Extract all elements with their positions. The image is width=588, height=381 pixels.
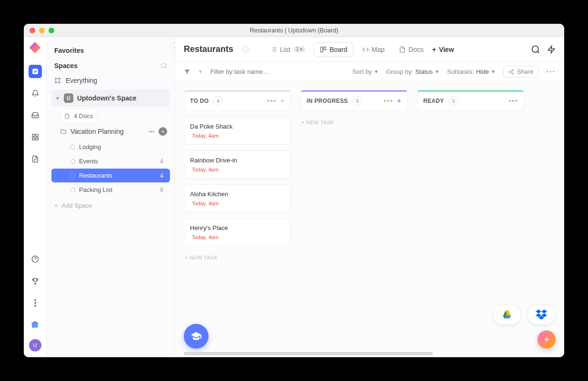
svg-point-11 xyxy=(59,78,60,79)
horizontal-scrollbar[interactable] xyxy=(184,352,433,355)
more-vert-icon xyxy=(34,299,36,307)
list-status-icon xyxy=(70,159,75,164)
task-card[interactable]: Da Poke Shack Today, 4am xyxy=(184,117,291,145)
close-window-button[interactable] xyxy=(30,28,35,33)
plus-icon: + xyxy=(54,202,58,209)
dropbox-button[interactable] xyxy=(527,305,556,325)
task-card[interactable]: Rainbow Drive-in Today, 4am xyxy=(184,150,291,179)
column-more-button[interactable]: ••• xyxy=(508,97,518,105)
task-date: Today, 4am xyxy=(190,133,285,139)
more-button[interactable]: ••• xyxy=(546,68,556,75)
list-item[interactable]: Events 4 xyxy=(51,154,170,168)
list-item[interactable]: Restaurants 4 xyxy=(51,169,170,182)
column-add-button[interactable]: + xyxy=(397,97,401,105)
google-drive-icon xyxy=(502,310,512,320)
column-header: IN PROGRESS 0 ••• + xyxy=(300,90,408,111)
spaces-label: Spaces xyxy=(54,62,78,70)
add-view-button[interactable]: + View xyxy=(432,42,454,57)
automation-button[interactable] xyxy=(547,45,556,54)
filter-icon[interactable] xyxy=(184,69,190,75)
list-item[interactable]: Packing List 8 xyxy=(51,183,170,197)
rail-docs[interactable] xyxy=(29,152,42,166)
list-count: 4 xyxy=(160,158,167,165)
list-name: Packing List xyxy=(79,186,112,193)
search-button[interactable] xyxy=(531,45,540,54)
search-icon[interactable] xyxy=(160,62,167,69)
board-column: TO DO 4 ••• + Da Poke Shack Today, 4am R… xyxy=(184,90,291,349)
tab-map[interactable]: Map xyxy=(357,42,390,57)
board-icon xyxy=(320,46,327,53)
tab-docs[interactable]: Docs xyxy=(393,42,429,57)
everything-item[interactable]: Everything xyxy=(51,73,170,88)
rail-more[interactable] xyxy=(29,296,42,310)
google-drive-button[interactable] xyxy=(493,305,521,325)
check-icon xyxy=(32,68,39,75)
subtasks-dropdown[interactable]: Subtasks: Hide▼ xyxy=(447,68,496,75)
svg-point-6 xyxy=(34,299,36,301)
task-date: Today, 4am xyxy=(190,234,285,240)
graduation-cap-icon xyxy=(190,331,202,342)
column-title: TO DO xyxy=(190,98,209,104)
user-avatar[interactable]: U xyxy=(29,339,41,351)
docs-icon xyxy=(399,46,406,53)
maximize-window-button[interactable] xyxy=(49,28,54,33)
workspace-switcher[interactable] xyxy=(29,318,41,331)
rail-help[interactable] xyxy=(29,252,42,266)
app-window: Restaurants | Uptodown (Board) xyxy=(24,24,564,357)
folder-more-button[interactable]: ••• xyxy=(147,127,156,136)
minimize-window-button[interactable] xyxy=(39,28,45,33)
add-task-fab-button[interactable]: + xyxy=(538,331,556,349)
filter-input[interactable] xyxy=(210,68,306,75)
doc-icon xyxy=(31,155,39,163)
rail-inbox[interactable] xyxy=(29,109,42,122)
favorites-section[interactable]: Favorites xyxy=(51,43,170,58)
column-count: 0 xyxy=(353,96,362,106)
docs-item[interactable]: 4 Docs xyxy=(60,109,97,123)
column-add-button[interactable]: + xyxy=(280,97,285,105)
chevron-down-icon[interactable]: ▼ xyxy=(198,69,203,74)
new-task-button[interactable]: + NEW TASK xyxy=(300,117,408,128)
list-item[interactable]: Lodging xyxy=(51,140,170,154)
column-more-button[interactable]: ••• xyxy=(384,97,393,105)
task-card[interactable]: Henry's Place Today, 4am xyxy=(184,218,291,246)
share-button[interactable]: Share xyxy=(503,66,539,78)
bell-icon xyxy=(31,90,39,97)
dropbox-icon xyxy=(536,310,547,320)
task-card[interactable]: Aloha Kitchen Today, 4am xyxy=(184,184,291,212)
list-name: Lodging xyxy=(79,143,101,150)
folder-item[interactable]: Vacation Planning ••• + xyxy=(51,123,170,140)
group-by-dropdown[interactable]: Group by: Status▼ xyxy=(386,68,439,75)
app-logo[interactable] xyxy=(30,42,41,53)
info-icon[interactable]: i xyxy=(242,46,249,53)
rail-notifications[interactable] xyxy=(29,87,42,100)
collapse-sidebar-button[interactable]: ‹ xyxy=(170,43,175,52)
spaces-section[interactable]: Spaces xyxy=(51,58,170,73)
window-title: Restaurants | Uptodown (Board) xyxy=(24,27,564,34)
add-space-label: Add Space xyxy=(62,202,92,209)
app-body: U ‹ Favorites Spaces Everything ▼ U Upt xyxy=(24,37,564,357)
doc-icon xyxy=(64,113,70,119)
svg-point-9 xyxy=(161,63,166,68)
new-task-button[interactable]: + NEW TASK xyxy=(184,252,291,263)
everything-label: Everything xyxy=(66,77,97,84)
tab-list[interactable]: List 2 ▾ xyxy=(265,42,311,57)
rail-dashboard[interactable] xyxy=(29,130,42,144)
space-item[interactable]: ▼ U Uptodown's Space xyxy=(51,90,170,107)
board-area: TO DO 4 ••• + Da Poke Shack Today, 4am R… xyxy=(175,82,564,357)
svg-point-10 xyxy=(55,78,56,79)
tab-board[interactable]: Board xyxy=(314,42,353,57)
board-column: IN PROGRESS 0 ••• + + NEW TASK xyxy=(300,90,408,349)
list-count: 4 xyxy=(160,172,167,179)
folder-add-button[interactable]: + xyxy=(159,127,167,136)
sidebar: ‹ Favorites Spaces Everything ▼ U Uptodo… xyxy=(47,37,175,357)
svg-rect-4 xyxy=(36,138,38,140)
column-more-button[interactable]: ••• xyxy=(267,97,277,105)
add-space-button[interactable]: + Add Space xyxy=(51,197,170,214)
rail-tasks[interactable] xyxy=(29,65,42,78)
task-date: Today, 4am xyxy=(190,167,285,172)
help-fab-button[interactable] xyxy=(184,324,209,349)
view-tabs: List 2 ▾ Board Map Docs xyxy=(265,42,454,57)
list-status-icon xyxy=(70,188,75,192)
rail-trophy[interactable] xyxy=(29,274,42,288)
sort-by-dropdown[interactable]: Sort by▼ xyxy=(352,68,379,75)
